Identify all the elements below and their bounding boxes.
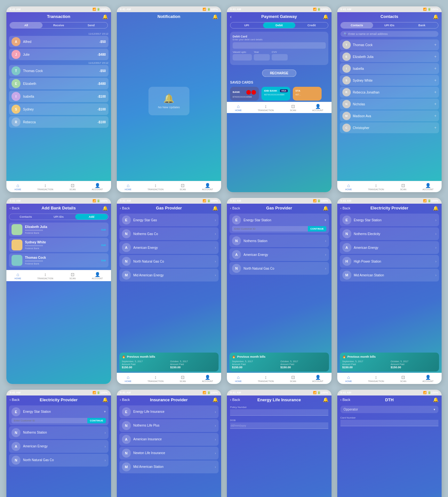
- contacts-tab-bank[interactable]: Bank: [406, 22, 438, 28]
- contacts-tab-upi-ids[interactable]: UPI IDs: [373, 22, 406, 28]
- nav-item-transaction[interactable]: ↕ TRANSACTION: [148, 375, 164, 382]
- bell-icon[interactable]: 🔔: [212, 206, 218, 211]
- provider-item[interactable]: M Mid American Station ›: [340, 269, 439, 281]
- bell-icon[interactable]: 🔔: [323, 14, 328, 19]
- contact-item[interactable]: C Christopher +: [340, 122, 439, 133]
- provider-item[interactable]: E Energy Star Station ›: [340, 214, 439, 226]
- transaction-item[interactable]: T Thomas Cock -$50: [9, 65, 108, 77]
- bell-icon[interactable]: 🔔: [102, 206, 108, 211]
- nav-item-account[interactable]: 👤 ACCOUNT: [422, 183, 434, 191]
- contact-item[interactable]: R Rebecca Jonathan +: [340, 87, 439, 98]
- nav-item-transaction[interactable]: ↕ TRANSACTION: [148, 183, 164, 191]
- card-year-input[interactable]: [254, 54, 270, 61]
- transaction-item[interactable]: J Julie -$480: [9, 49, 108, 60]
- nav-item-transaction[interactable]: ↕ TRANSACTION: [258, 104, 274, 111]
- bell-icon[interactable]: 🔔: [433, 397, 438, 402]
- customer-id-input[interactable]: [12, 418, 87, 423]
- bank-person-item[interactable]: Elizabeth Julia xxxxxxxxxxxxxxx Federal …: [9, 223, 108, 237]
- customer-id-input[interactable]: [232, 226, 308, 232]
- bell-icon[interactable]: 🔔: [433, 206, 438, 211]
- nav-item-account[interactable]: 👤 ACCOUNT: [202, 375, 213, 382]
- transaction-item[interactable]: A Alfred -$50: [9, 36, 108, 47]
- saved-card-idbi[interactable]: IDBI BANK VISA 4874XXXXXXX4584: [261, 87, 290, 101]
- recharge-button[interactable]: RECHARGE: [262, 69, 296, 77]
- provider-item[interactable]: E Energy Life Insurance ›: [119, 405, 219, 418]
- payment-tab-credit[interactable]: Credit: [295, 22, 328, 28]
- expanded-provider-item[interactable]: E Energy Star Station ▾ CONTINUE: [229, 214, 329, 233]
- nav-item-scan[interactable]: ⊡ SCAN: [290, 375, 296, 382]
- nav-item-scan[interactable]: ⊡ SCAN: [180, 375, 186, 382]
- nav-item-home[interactable]: ⌂ HOME: [345, 375, 352, 382]
- nav-item-scan[interactable]: ⊡ SCAN: [290, 104, 296, 111]
- contact-item[interactable]: N Nicholas +: [340, 99, 439, 110]
- nav-item-scan[interactable]: ⊡ SCAN: [400, 183, 406, 191]
- back-button[interactable]: ‹ Back: [340, 398, 350, 402]
- bp-edit-button[interactable]: Edit: [101, 228, 106, 231]
- provider-item[interactable]: A American Energy ›: [9, 440, 108, 453]
- payment-tab-debit[interactable]: Debit: [263, 22, 296, 28]
- nav-item-scan[interactable]: ⊡ SCAN: [69, 183, 76, 191]
- back-button[interactable]: ‹ Back: [120, 398, 130, 402]
- bell-icon[interactable]: 🔔: [323, 397, 328, 402]
- contact-item[interactable]: M Madison Ava +: [340, 110, 439, 121]
- nav-item-transaction[interactable]: ↕ TRANSACTION: [258, 375, 274, 382]
- operator-dropdown[interactable]: Opperator ▾: [340, 406, 439, 413]
- bank-person-item[interactable]: Thomas Cock xxxxxxxxxxxxxxx Federal Bank…: [9, 253, 108, 267]
- provider-item[interactable]: A American Energy ›: [119, 241, 219, 254]
- provider-item[interactable]: N Notherns Station ›: [229, 234, 329, 247]
- nav-item-account[interactable]: 👤 ACCOUNT: [312, 375, 324, 382]
- nav-item-home[interactable]: ⌂ HOME: [125, 183, 132, 191]
- tab-all[interactable]: All: [10, 22, 43, 28]
- provider-item[interactable]: N Notherns Electicity ›: [340, 227, 439, 240]
- bell-icon[interactable]: 🔔: [102, 14, 108, 19]
- card-number-input[interactable]: [233, 42, 326, 49]
- bank-tab-upi ids[interactable]: UPI IDs: [42, 214, 75, 220]
- bell-icon[interactable]: 🔔: [212, 397, 218, 402]
- nav-item-transaction[interactable]: ↕ TRANSACTION: [37, 183, 53, 191]
- contacts-tab-contacts[interactable]: Contacts: [341, 22, 373, 28]
- contact-item[interactable]: T Thomas Cock +: [340, 39, 439, 50]
- back-button[interactable]: ‹ Back: [230, 398, 240, 402]
- dob-input[interactable]: [230, 422, 328, 429]
- provider-item[interactable]: N North Natural Gas Co ›: [119, 255, 219, 268]
- bell-icon[interactable]: 🔔: [212, 14, 218, 19]
- provider-item[interactable]: A American Energy ›: [229, 248, 329, 261]
- contact-item[interactable]: I Isabella +: [340, 63, 439, 74]
- provider-item[interactable]: N Newton Life Insurance ›: [119, 447, 219, 460]
- nav-item-scan[interactable]: ⊡ SCAN: [180, 183, 186, 191]
- nav-item-account[interactable]: 👤 ACCOUNT: [202, 183, 213, 191]
- nav-item-home[interactable]: ⌂ HOME: [14, 272, 21, 280]
- provider-item[interactable]: N Notherns Gas Co ›: [119, 227, 219, 240]
- continue-small-button[interactable]: CONTINUE: [308, 226, 326, 232]
- bank-tab-contacts[interactable]: Contacts: [9, 214, 42, 220]
- continue-small-button[interactable]: CONTINUE: [87, 418, 106, 423]
- bp-edit-button[interactable]: Edit: [101, 259, 106, 262]
- back-button[interactable]: ‹ Back: [10, 398, 20, 402]
- nav-item-transaction[interactable]: ↕ TRANSACTION: [37, 272, 53, 280]
- saved-card-sta[interactable]: STA 487...: [293, 87, 322, 101]
- nav-item-transaction[interactable]: ↕ TRANSACTION: [368, 183, 384, 191]
- nav-item-account[interactable]: 👤 ACCOUNT: [92, 272, 103, 280]
- transaction-item[interactable]: R Rebecca -$100: [9, 116, 108, 128]
- tab-receive[interactable]: Receive: [43, 22, 75, 28]
- nav-item-home[interactable]: ⌂ HOME: [235, 375, 242, 382]
- nav-item-home[interactable]: ⌂ HOME: [125, 375, 132, 382]
- payment-tab-upi[interactable]: UPI: [230, 22, 263, 28]
- bank-person-item[interactable]: Sydney White xxxxxxxxxxxxxxx Federal Ban…: [9, 238, 108, 252]
- contact-item[interactable]: S Sydney White +: [340, 75, 439, 86]
- nav-item-transaction[interactable]: ↕ TRANSACTION: [368, 375, 384, 382]
- nav-item-account[interactable]: 👤 ACCOUNT: [92, 183, 103, 191]
- bell-icon[interactable]: 🔔: [323, 206, 328, 211]
- tab-send[interactable]: Send: [75, 22, 108, 28]
- bell-icon[interactable]: 🔔: [102, 397, 108, 402]
- card-number-input[interactable]: [340, 420, 439, 426]
- card-validity-input[interactable]: [233, 54, 252, 61]
- provider-item[interactable]: A American Energy ›: [340, 241, 439, 254]
- saved-card-bank[interactable]: BANK ⬤⬤ 874XXXXXXX4584: [230, 87, 259, 101]
- policy-number-input[interactable]: [230, 409, 328, 416]
- expanded-provider-item[interactable]: E Energy Star Station ▾ CONTINUE: [9, 405, 108, 425]
- provider-item[interactable]: N Notherns Life Plus ›: [119, 419, 219, 432]
- provider-item[interactable]: N North Natural Gas Co ›: [229, 262, 329, 275]
- card-cvv-input[interactable]: [272, 54, 288, 61]
- transaction-item[interactable]: I Isabella -$100: [9, 91, 108, 102]
